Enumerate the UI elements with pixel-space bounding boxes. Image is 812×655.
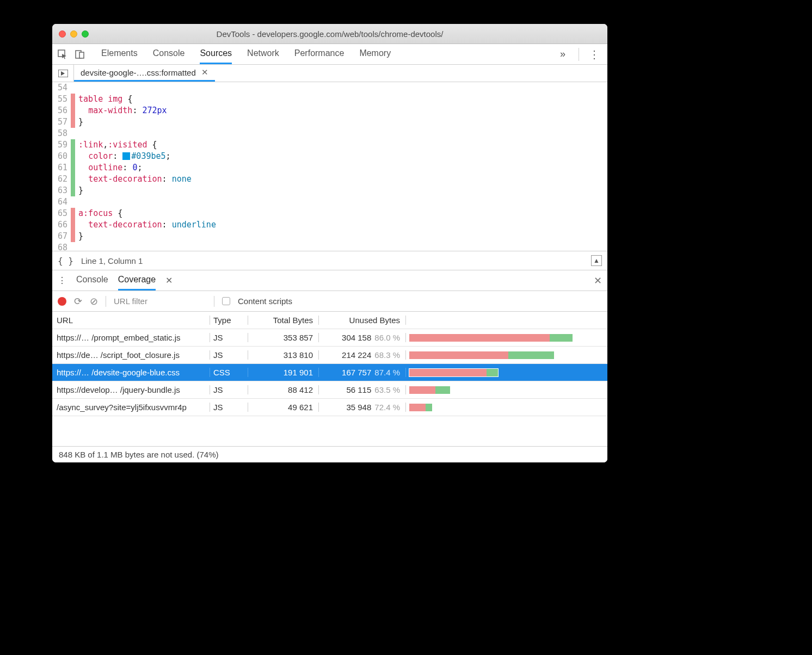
col-header-type[interactable]: Type bbox=[210, 316, 248, 325]
window-title: DevTools - developers.google.com/web/too… bbox=[52, 29, 607, 39]
tab-elements[interactable]: Elements bbox=[101, 44, 138, 64]
line-number-gutter: 545556575859606162636465666768 bbox=[52, 82, 71, 251]
coverage-gutter bbox=[71, 82, 75, 251]
cell-unused: 56 11563.5 % bbox=[319, 385, 406, 394]
coverage-table-body: https://… /prompt_embed_static.jsJS353 8… bbox=[52, 329, 607, 416]
tab-performance[interactable]: Performance bbox=[294, 44, 345, 64]
cell-type: JS bbox=[210, 403, 248, 412]
cell-unused: 304 15886.0 % bbox=[319, 333, 406, 342]
cell-bar bbox=[406, 404, 607, 411]
cell-url: /async_survey?site=ylj5ifxusvvmr4p bbox=[52, 403, 210, 412]
drawer-header: ⋮ ConsoleCoverage ✕ ✕ bbox=[52, 270, 607, 291]
tab-network[interactable]: Network bbox=[247, 44, 279, 64]
coverage-row[interactable]: https://develop… /jquery-bundle.jsJS88 4… bbox=[52, 381, 607, 399]
drawer-menu-icon[interactable]: ⋮ bbox=[58, 275, 66, 286]
pretty-print-icon[interactable]: { } bbox=[58, 256, 73, 266]
cell-total: 49 621 bbox=[248, 403, 319, 412]
coverage-row[interactable]: /async_survey?site=ylj5ifxusvvmr4pJS49 6… bbox=[52, 399, 607, 416]
drawer-tabs: ConsoleCoverage bbox=[76, 270, 156, 291]
cell-bar bbox=[406, 351, 607, 359]
toolbar-separator bbox=[106, 296, 106, 307]
col-header-total[interactable]: Total Bytes bbox=[248, 316, 319, 325]
devtools-window: DevTools - developers.google.com/web/too… bbox=[52, 24, 607, 462]
svg-rect-2 bbox=[79, 52, 84, 58]
zoom-window-button[interactable] bbox=[82, 30, 89, 38]
cell-type: JS bbox=[210, 385, 248, 394]
navigator-toggle-icon[interactable] bbox=[52, 65, 74, 82]
cell-unused: 167 75787.4 % bbox=[319, 368, 406, 377]
cell-url: https://… /prompt_embed_static.js bbox=[52, 333, 210, 342]
editor-status-bar: { } Line 1, Column 1 ▲ bbox=[52, 251, 607, 270]
window-titlebar: DevTools - developers.google.com/web/too… bbox=[52, 24, 607, 44]
drawer-tab-console[interactable]: Console bbox=[76, 270, 108, 291]
tab-memory[interactable]: Memory bbox=[359, 44, 391, 64]
coverage-toolbar: ⟳ ⊘ URL filter Content scripts bbox=[52, 291, 607, 312]
code-content: table img { max-width: 272px} :link,:vis… bbox=[75, 82, 216, 251]
cell-url: https://develop… /jquery-bundle.js bbox=[52, 385, 210, 394]
close-drawer-icon[interactable]: ✕ bbox=[594, 275, 602, 287]
cell-type: JS bbox=[210, 333, 248, 342]
coverage-table-header: URL Type Total Bytes Unused Bytes bbox=[52, 312, 607, 329]
record-button[interactable] bbox=[58, 297, 66, 306]
cell-bar bbox=[406, 334, 607, 342]
sources-file-tabs: devsite-google-….css:formatted ✕ bbox=[52, 65, 607, 82]
coverage-row[interactable]: https://… /devsite-google-blue.cssCSS191… bbox=[52, 364, 607, 381]
url-filter-input[interactable]: URL filter bbox=[114, 296, 206, 306]
window-traffic-lights bbox=[52, 30, 89, 38]
inspect-element-icon[interactable] bbox=[57, 48, 69, 60]
toolbar-separator bbox=[214, 296, 214, 307]
tab-sources[interactable]: Sources bbox=[200, 44, 232, 64]
cursor-position: Line 1, Column 1 bbox=[81, 256, 143, 265]
close-window-button[interactable] bbox=[59, 30, 66, 38]
col-header-url[interactable]: URL bbox=[52, 316, 210, 325]
cell-unused: 35 94872.4 % bbox=[319, 403, 406, 412]
close-file-tab-icon[interactable]: ✕ bbox=[201, 67, 208, 77]
cell-bar bbox=[406, 369, 607, 376]
coverage-table: URL Type Total Bytes Unused Bytes https:… bbox=[52, 312, 607, 446]
device-toolbar-icon[interactable] bbox=[74, 48, 86, 60]
main-panel-tabs: ElementsConsoleSourcesNetworkPerformance… bbox=[101, 44, 391, 64]
cell-bar bbox=[406, 386, 607, 394]
minimize-window-button[interactable] bbox=[70, 30, 77, 38]
cell-type: CSS bbox=[210, 368, 248, 377]
devtools-toolbar: ElementsConsoleSourcesNetworkPerformance… bbox=[52, 44, 607, 65]
file-tab[interactable]: devsite-google-….css:formatted ✕ bbox=[74, 65, 215, 82]
reload-icon[interactable]: ⟳ bbox=[74, 295, 82, 307]
clear-icon[interactable]: ⊘ bbox=[90, 295, 98, 307]
coverage-summary: 848 KB of 1.1 MB bytes are not used. (74… bbox=[52, 446, 607, 462]
overflow-tabs-icon[interactable]: » bbox=[555, 48, 571, 60]
cell-total: 313 810 bbox=[248, 350, 319, 360]
cell-total: 353 857 bbox=[248, 333, 319, 342]
file-tab-label: devsite-google-….css:formatted bbox=[81, 68, 196, 77]
cell-url: https://… /devsite-google-blue.css bbox=[52, 368, 210, 377]
settings-menu-icon[interactable]: ⋮ bbox=[579, 48, 603, 61]
drawer-tab-coverage[interactable]: Coverage bbox=[118, 270, 156, 291]
col-header-unused[interactable]: Unused Bytes bbox=[319, 316, 406, 325]
cell-type: JS bbox=[210, 350, 248, 360]
coverage-row[interactable]: https://… /prompt_embed_static.jsJS353 8… bbox=[52, 329, 607, 347]
coverage-summary-text: 848 KB of 1.1 MB bytes are not used. (74… bbox=[59, 450, 219, 459]
cell-total: 191 901 bbox=[248, 368, 319, 377]
close-drawer-tab-icon[interactable]: ✕ bbox=[165, 275, 173, 286]
cell-url: https://de… /script_foot_closure.js bbox=[52, 350, 210, 360]
tab-console[interactable]: Console bbox=[153, 44, 185, 64]
toggle-sidebar-icon[interactable]: ▲ bbox=[591, 255, 602, 266]
cell-unused: 214 22468.3 % bbox=[319, 350, 406, 360]
code-editor[interactable]: 545556575859606162636465666768 table img… bbox=[52, 82, 607, 251]
cell-total: 88 412 bbox=[248, 385, 319, 394]
content-scripts-label: Content scripts bbox=[238, 296, 292, 306]
content-scripts-checkbox[interactable] bbox=[222, 297, 230, 305]
coverage-row[interactable]: https://de… /script_foot_closure.jsJS313… bbox=[52, 347, 607, 364]
